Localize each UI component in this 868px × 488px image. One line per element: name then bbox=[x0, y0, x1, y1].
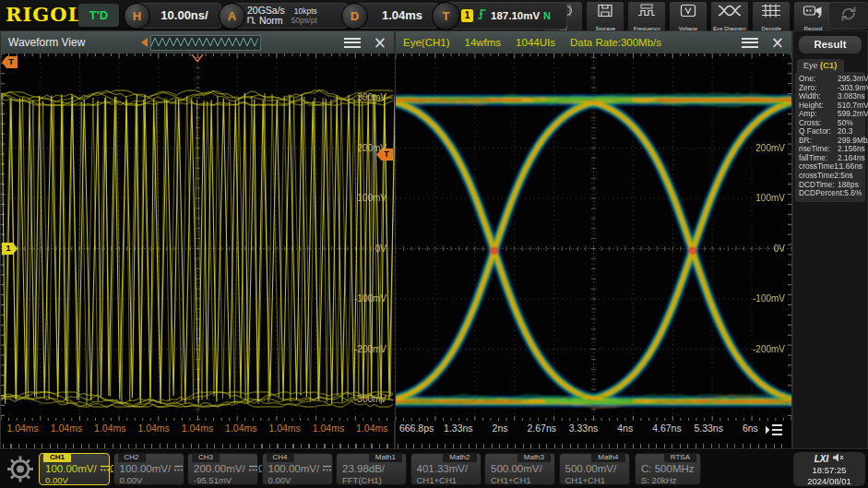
close-icon[interactable]: × bbox=[771, 35, 784, 50]
trigger-source-badge: 1 bbox=[461, 9, 473, 22]
channel-box-ch1[interactable]: CH1 100.00mV/ Ω 0.00V bbox=[39, 453, 110, 485]
x-tick-label: 1.04ms bbox=[175, 423, 219, 434]
channel-box-math4[interactable]: Math4 500.00mV/ CH1+CH1 bbox=[559, 453, 630, 485]
y-tick-label: 0V bbox=[744, 244, 785, 254]
memory-depth: 10kpts bbox=[294, 6, 317, 16]
y-tick-label: 200mV bbox=[346, 143, 386, 153]
y-tick-label: 100mV bbox=[346, 193, 386, 203]
decode-icon bbox=[760, 4, 782, 18]
trigger-coupling: N bbox=[543, 10, 551, 21]
bottom-tick-ruler bbox=[398, 444, 790, 448]
storage-icon bbox=[595, 4, 615, 18]
acquire-knob[interactable]: A bbox=[219, 3, 245, 30]
sync-button[interactable] bbox=[828, 2, 868, 30]
gear-icon[interactable] bbox=[4, 453, 37, 488]
x-tick-label: 1.04ms bbox=[306, 423, 350, 434]
x-tick-label: 1.04ms bbox=[351, 423, 394, 434]
rigol-logo: RIGOL bbox=[6, 3, 82, 26]
toolbar-button[interactable]: Eye Diagram bbox=[710, 1, 749, 34]
mute-speaker-icon bbox=[832, 453, 844, 465]
x-tick-label: 1.04ms bbox=[1, 423, 44, 434]
waveform-graticule bbox=[1, 54, 395, 421]
toolbar-buttons: XY Storage Frequency Voltage Eye Diagram… bbox=[544, 1, 832, 34]
eye-window-header: Eye(CH1) 14wfms 1044UIs Data Rate:300Mb/… bbox=[396, 31, 791, 54]
waveform-window-header: Waveform View × bbox=[1, 31, 394, 54]
dc-coupling-icon bbox=[248, 464, 258, 472]
waveform-x-axis-labels: 1.04ms1.04ms1.04ms1.04ms1.04ms1.04ms1.04… bbox=[1, 423, 394, 434]
waveform-preview-strip[interactable] bbox=[150, 35, 261, 51]
toolbar-button[interactable]: Frequency bbox=[627, 1, 666, 34]
y-tick-label: 200mV bbox=[744, 143, 785, 153]
result-measurements: One: 295.3mV Zero: -303.9mV Width: 3.083… bbox=[795, 72, 865, 202]
x-tick-label: 1.33ns bbox=[437, 423, 479, 434]
toolbar-button[interactable]: Decode bbox=[752, 1, 791, 34]
menu-icon[interactable] bbox=[344, 38, 361, 48]
channel-box-ch2[interactable]: CH2 100.00mV/ 0.00V bbox=[113, 453, 184, 485]
trigger-knob[interactable]: T bbox=[432, 2, 460, 30]
clock-date: 2024/08/01 bbox=[793, 476, 865, 487]
y-tick-label: 300mV bbox=[346, 92, 386, 102]
channel-box-ch3[interactable]: CH3 200.00mV/ Ω -95.51mV bbox=[187, 453, 258, 485]
sample-resolution: 50ps/pt bbox=[291, 16, 317, 25]
x-tick-label: 4ns bbox=[604, 423, 646, 434]
eye-data-rate: Data Rate:300Mb/s bbox=[570, 37, 661, 48]
waveform-view-window: Waveform View × T 1 T 300mV200mV100mV0V-… bbox=[0, 30, 395, 449]
status-box[interactable]: LXI 18:57:25 2024/08/01 bbox=[793, 452, 865, 486]
toolbar-button[interactable]: Voltage bbox=[669, 1, 707, 34]
dc-coupling-icon bbox=[322, 464, 332, 472]
y-tick-label: -100mV bbox=[346, 293, 386, 304]
eye-uis-count: 1044UIs bbox=[516, 37, 555, 48]
delay-knob[interactable]: D bbox=[341, 3, 368, 30]
oscilloscope-screen: RIGOL T'D H 10.00ns/ A 20GSa/s Norm 10kp… bbox=[0, 0, 868, 488]
frequency-icon bbox=[636, 4, 657, 18]
x-tick-label: 1.04ms bbox=[132, 423, 175, 434]
acq-mode: Norm bbox=[259, 15, 283, 26]
result-panel: Result Eye (C1) One: 295.3mV Zero: -303.… bbox=[792, 30, 868, 449]
top-toolbar: RIGOL T'D H 10.00ns/ A 20GSa/s Norm 10kp… bbox=[0, 0, 868, 31]
y-tick-label: -300mV bbox=[346, 394, 386, 404]
x-tick-label: 1.04ms bbox=[89, 423, 132, 434]
x-tick-label: 5.33ns bbox=[688, 423, 730, 434]
close-icon[interactable]: × bbox=[374, 35, 386, 50]
channel-box-rtsa[interactable]: RTSA C: 500MHz S: 20kHz bbox=[635, 453, 701, 485]
eye-diagram-graticule bbox=[396, 54, 791, 421]
y-tick-label: -200mV bbox=[346, 344, 386, 354]
x-tick-label: 2.67ns bbox=[521, 423, 563, 434]
y-tick-label: 0V bbox=[346, 244, 386, 254]
trigger-level-value: 187.10mV bbox=[491, 10, 540, 21]
eye-x-axis-labels: 666.8ps1.33ns2ns2.67ns3.33ns4ns4.67ns5.3… bbox=[396, 423, 771, 434]
eye-window-title: Eye(CH1) bbox=[403, 37, 449, 48]
toolbar-button[interactable]: Record bbox=[793, 1, 832, 34]
x-tick-label: 4.67ns bbox=[646, 423, 687, 434]
channel-box-math1[interactable]: Math1 23.98dB/ FFT(CH1) bbox=[336, 453, 407, 485]
lxi-label: LXI bbox=[814, 454, 829, 465]
rising-edge-icon bbox=[477, 7, 487, 24]
dc-coupling-icon bbox=[100, 464, 110, 472]
eye-diagram-icon bbox=[718, 4, 742, 18]
x-tick-label: 3.33ns bbox=[563, 423, 604, 434]
circular-arrows-icon bbox=[838, 5, 860, 27]
eye-wfms-count: 14wfms bbox=[464, 37, 501, 48]
menu-icon[interactable] bbox=[742, 38, 758, 48]
preview-left-arrow-icon[interactable] bbox=[141, 38, 148, 47]
toolbar-button[interactable]: Storage bbox=[586, 1, 624, 34]
menu-expand-icon[interactable] bbox=[764, 423, 784, 441]
horizontal-knob[interactable]: H bbox=[124, 3, 150, 30]
bottom-channel-bar: CH1 100.00mV/ Ω 0.00V CH2 100.00mV/ 0.00… bbox=[0, 450, 868, 488]
toolbar-scroll-right-icon[interactable]: › bbox=[817, 6, 822, 21]
channel-box-math3[interactable]: Math3 500.00mV/ CH1+CH1 bbox=[484, 453, 555, 485]
eye-diagram-window: Eye(CH1) 14wfms 1044UIs Data Rate:300Mb/… bbox=[395, 30, 792, 449]
x-tick-label: 2ns bbox=[479, 423, 520, 434]
result-panel-title: Result bbox=[799, 36, 862, 54]
y-tick-label: 100mV bbox=[744, 193, 785, 203]
channel-box-ch4[interactable]: CH4 100.00mV/ 0.00V bbox=[262, 453, 333, 485]
channel-box-math2[interactable]: Math2 401.33mV/ CH1+CH1 bbox=[410, 453, 482, 485]
x-tick-label: 1.04ms bbox=[263, 423, 306, 434]
x-tick-label: 1.04ms bbox=[44, 423, 88, 434]
trigger-status-badge[interactable]: T'D bbox=[78, 4, 119, 27]
trigger-settings-button[interactable]: 1 187.10mV N bbox=[446, 2, 567, 30]
result-tab-eye-c1[interactable]: Eye (C1) bbox=[797, 59, 844, 72]
x-tick-label: 666.8ps bbox=[396, 423, 437, 434]
y-tick-label: -100mV bbox=[744, 293, 785, 304]
acquire-button[interactable]: 20GSa/s Norm 10kpts 50ps/pt bbox=[232, 3, 348, 29]
